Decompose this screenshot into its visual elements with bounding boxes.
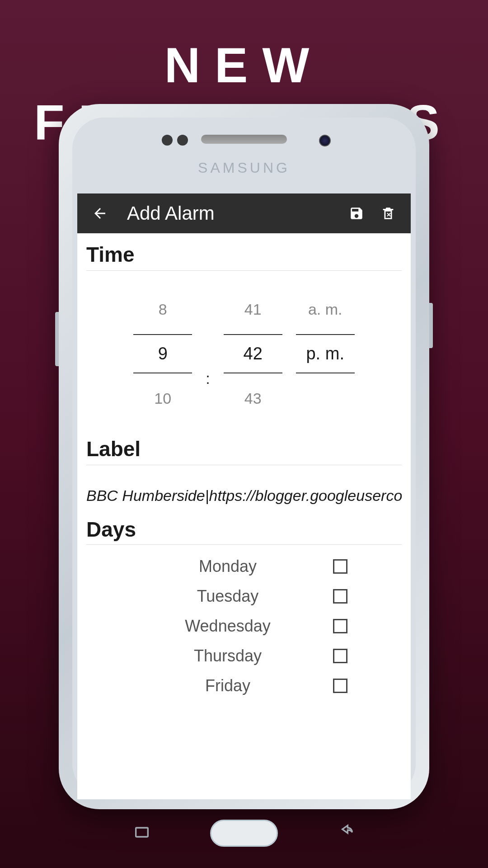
days-section: Days Monday Tuesday Wednesday Thursd xyxy=(86,517,402,701)
phone-brand-label: SAMSUNG xyxy=(198,160,290,176)
sensor-dot xyxy=(162,135,173,146)
day-row-wednesday[interactable]: Wednesday xyxy=(86,611,402,641)
day-row-monday[interactable]: Monday xyxy=(86,552,402,581)
hour-picker[interactable]: 8 9 10 xyxy=(133,298,192,410)
label-input[interactable]: BBC Humberside|https://blogger.googleuse… xyxy=(86,479,402,513)
day-checkbox[interactable] xyxy=(333,559,347,574)
time-section-title: Time xyxy=(86,242,402,271)
home-button xyxy=(210,820,278,847)
day-label: Monday xyxy=(86,557,333,576)
ampm-next xyxy=(323,387,327,410)
phone-camera xyxy=(319,135,331,146)
phone-frame: SAMSUNG Add Alarm Time 8 xyxy=(59,104,429,809)
phone-power-button xyxy=(429,303,433,348)
back-button[interactable] xyxy=(86,200,113,227)
save-button[interactable] xyxy=(343,200,370,227)
sensor-dot xyxy=(177,135,188,146)
day-row-tuesday[interactable]: Tuesday xyxy=(86,581,402,611)
minute-next[interactable]: 43 xyxy=(244,387,262,410)
day-row-friday[interactable]: Friday xyxy=(86,671,402,701)
day-row-thursday[interactable]: Thursday xyxy=(86,641,402,671)
minute-selected[interactable]: 42 xyxy=(224,334,282,373)
app-bar: Add Alarm xyxy=(77,193,411,233)
days-section-title: Days xyxy=(86,517,402,545)
minute-picker[interactable]: 41 42 43 xyxy=(224,298,282,410)
label-section: Label BBC Humberside|https://blogger.goo… xyxy=(86,437,402,513)
day-checkbox[interactable] xyxy=(333,619,347,633)
recent-apps-button xyxy=(133,823,151,843)
phone-top-bezel: SAMSUNG xyxy=(76,121,412,193)
day-label: Friday xyxy=(86,676,333,695)
back-nav-button xyxy=(337,823,355,843)
time-separator: : xyxy=(206,348,210,410)
day-checkbox[interactable] xyxy=(333,679,347,693)
app-title: Add Alarm xyxy=(127,203,338,224)
ampm-prev[interactable]: a. m. xyxy=(308,298,343,321)
day-checkbox[interactable] xyxy=(333,649,347,663)
day-label: Wednesday xyxy=(86,617,333,636)
screen-content: Time 8 9 10 : 41 42 43 a. m. xyxy=(77,233,411,701)
back-nav-icon xyxy=(337,823,355,841)
back-arrow-icon xyxy=(92,205,108,222)
phone-body: SAMSUNG Add Alarm Time 8 xyxy=(72,118,416,796)
hour-selected[interactable]: 9 xyxy=(133,334,192,373)
trash-icon xyxy=(380,206,396,221)
minute-prev[interactable]: 41 xyxy=(244,298,262,321)
day-label: Thursday xyxy=(86,646,333,665)
phone-volume-button xyxy=(55,312,59,366)
delete-button[interactable] xyxy=(375,200,402,227)
svg-rect-0 xyxy=(136,828,148,837)
ampm-picker[interactable]: a. m. p. m. xyxy=(296,298,355,410)
save-icon xyxy=(349,206,364,221)
phone-speaker xyxy=(201,135,287,144)
label-section-title: Label xyxy=(86,437,402,465)
hour-prev[interactable]: 8 xyxy=(159,298,167,321)
day-label: Tuesday xyxy=(86,587,333,606)
phone-bottom-bezel xyxy=(76,799,412,867)
hour-next[interactable]: 10 xyxy=(154,387,171,410)
phone-sensors xyxy=(162,135,188,146)
time-picker[interactable]: 8 9 10 : 41 42 43 a. m. p. m. xyxy=(86,298,402,410)
day-checkbox[interactable] xyxy=(333,589,347,604)
ampm-selected[interactable]: p. m. xyxy=(296,334,355,373)
phone-screen: Add Alarm Time 8 9 10 : xyxy=(77,193,411,799)
recent-icon xyxy=(133,823,151,841)
